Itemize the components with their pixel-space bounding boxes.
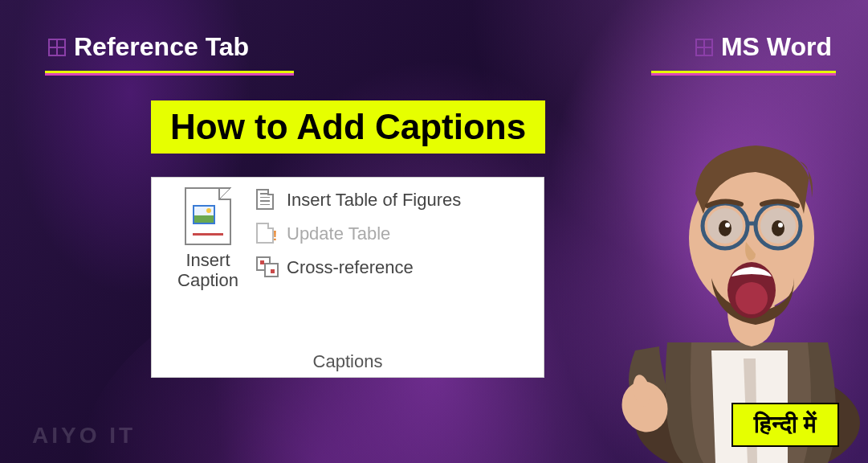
svg-point-11 <box>719 220 731 236</box>
insert-table-of-figures-button[interactable]: Insert Table of Figures <box>256 189 536 211</box>
svg-point-13 <box>725 223 730 227</box>
update-table-button: ! Update Table <box>256 223 536 245</box>
watermark: AIYO IT <box>32 423 136 449</box>
svg-point-5 <box>736 282 768 314</box>
cross-reference-button[interactable]: Cross-reference <box>256 256 536 279</box>
header-left: Reference Tab <box>48 32 249 62</box>
svg-point-12 <box>772 220 784 236</box>
insert-caption-label: Insert Caption <box>160 250 256 291</box>
headline: How to Add Captions <box>151 100 545 154</box>
grid-icon <box>695 39 713 56</box>
ribbon-group-label: Captions <box>152 351 544 372</box>
item-label: Cross-reference <box>287 257 414 278</box>
header-right: MS Word <box>695 32 832 62</box>
grid-icon <box>48 39 66 56</box>
underline <box>651 71 836 73</box>
document-exclaim-icon: ! <box>256 223 279 245</box>
header-right-label: MS Word <box>721 32 832 62</box>
svg-point-14 <box>778 223 783 227</box>
document-lines-icon <box>256 189 279 211</box>
insert-caption-button[interactable]: Insert Caption <box>160 187 256 377</box>
underline <box>45 71 294 73</box>
cross-reference-icon <box>256 256 279 279</box>
item-label: Insert Table of Figures <box>287 190 461 211</box>
item-label: Update Table <box>287 223 390 244</box>
document-picture-icon <box>185 187 231 245</box>
header-left-label: Reference Tab <box>74 32 249 62</box>
language-badge: हिन्दी में <box>731 403 839 447</box>
captions-ribbon-group: Insert Caption Insert Table of Figures !… <box>151 177 544 378</box>
